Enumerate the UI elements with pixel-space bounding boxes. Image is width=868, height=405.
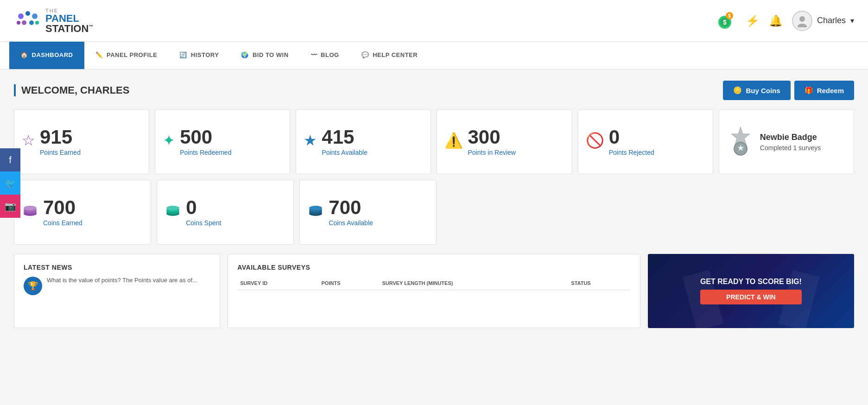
bell-icon[interactable]: 🔔 [769, 14, 783, 27]
svg-point-6 [35, 21, 39, 25]
points-available-card: ★ 415 Points Available [296, 109, 431, 174]
nav-dashboard[interactable]: 🏠 DASHBOARD [9, 42, 84, 69]
chat-icon: 💬 [361, 51, 369, 58]
bottom-grid: LATEST NEWS 🏆 What is the value of point… [14, 254, 854, 328]
lightning-icon[interactable]: ⚡ [746, 14, 760, 27]
twitter-button[interactable]: 🐦 [0, 171, 20, 195]
points-rejected-label: Points Rejected [609, 149, 705, 156]
empty-spacer [442, 180, 854, 245]
col-points: POINTS [319, 277, 380, 290]
points-earned-number: 915 [40, 127, 141, 147]
coins-stack-icon: 🪙 [733, 86, 742, 95]
svg-point-1 [25, 11, 30, 16]
user-name[interactable]: Charles [817, 16, 846, 25]
star-blue-icon: ★ [304, 132, 317, 149]
points-review-label: Points in Review [468, 149, 564, 156]
dropdown-icon: ▾ [850, 16, 854, 25]
coins-available-number: 700 [329, 198, 429, 217]
points-redeemed-label: Points Redeemed [180, 149, 282, 156]
facebook-button[interactable]: f [0, 148, 20, 171]
coins-spent-number: 0 [186, 198, 286, 217]
points-redeemed-card: ✦ 500 Points Redeemed [155, 109, 290, 174]
buy-coins-button[interactable]: 🪙 Buy Coins [723, 81, 790, 100]
coins-teal-icon [165, 202, 181, 220]
star-outline-icon: ☆ [22, 132, 35, 149]
news-item: 🏆 What is the value of points? The Point… [24, 277, 210, 295]
main-content: WELCOME, CHARLES 🪙 Buy Coins 🎁 Redeem ☆ … [0, 70, 868, 339]
social-sidebar: f 🐦 📷 [0, 148, 20, 218]
navigation: 🏠 DASHBOARD ✏️ PANEL PROFILE 🔄 HISTORY 🌍… [0, 42, 868, 70]
logo-station: STATION™ [45, 24, 93, 34]
home-icon: 🏠 [20, 51, 28, 58]
nav-help-center[interactable]: 💬 HELP CENTER [350, 42, 429, 69]
col-survey-id: SURVEY ID [237, 277, 318, 290]
points-review-number: 300 [468, 127, 564, 147]
user-menu[interactable]: Charles ▾ [792, 11, 854, 31]
points-review-card: ⚠️ 300 Points in Review [437, 109, 572, 174]
svg-point-24 [166, 206, 179, 210]
header-right: $ $ ⚡ 🔔 Charles ▾ [713, 8, 854, 33]
no-entry-icon: 🚫 [586, 132, 604, 149]
badge-info: Newbie Badge Completed 1 surveys [760, 133, 846, 152]
svg-point-12 [799, 16, 805, 22]
coins-spent-card: 0 Coins Spent [157, 180, 294, 245]
welcome-buttons: 🪙 Buy Coins 🎁 Redeem [723, 81, 854, 100]
star-teal-icon: ✦ [163, 132, 175, 149]
svg-point-0 [18, 13, 24, 19]
wave-icon: 〰 [311, 51, 317, 58]
svg-text:$: $ [728, 13, 731, 19]
coins-available-card: 700 Coins Available [299, 180, 437, 245]
svg-point-20 [24, 206, 37, 210]
coins-earned-card: 700 Coins Earned [14, 180, 151, 245]
points-available-label: Points Available [322, 149, 423, 156]
surveys-title: AVAILABLE SURVEYS [237, 264, 631, 271]
welcome-title: WELCOME, CHARLES [14, 84, 129, 96]
logo-icon [14, 7, 42, 35]
promo-button[interactable]: PREDICT & WIN [700, 290, 802, 304]
nav-blog[interactable]: 〰 BLOG [300, 42, 350, 69]
survey-table: SURVEY ID POINTS SURVEY LENGTH (MINUTES)… [237, 277, 631, 290]
welcome-bar: WELCOME, CHARLES 🪙 Buy Coins 🎁 Redeem [14, 81, 854, 100]
points-rejected-card: 🚫 0 Points Rejected [578, 109, 713, 174]
globe-icon: 🌍 [241, 51, 249, 58]
header: THE PANEL STATION™ $ $ ⚡ 🔔 C [0, 0, 868, 42]
badge-subtitle: Completed 1 surveys [760, 144, 846, 152]
badge-title: Newbie Badge [760, 133, 846, 142]
badge-medal-icon: ★ [727, 125, 754, 159]
news-card: LATEST NEWS 🏆 What is the value of point… [14, 254, 220, 328]
instagram-button[interactable]: 📷 [0, 195, 20, 218]
svg-point-13 [798, 24, 807, 27]
svg-point-3 [22, 20, 26, 25]
coins-blue-icon [307, 202, 324, 220]
coin-icon[interactable]: $ $ [713, 8, 736, 33]
news-text: What is the value of points? The Points … [47, 277, 197, 284]
history-icon: 🔄 [179, 51, 187, 58]
svg-point-2 [32, 13, 38, 19]
svg-point-4 [29, 20, 34, 25]
coins-grid: 700 Coins Earned 0 Coins Spent [14, 180, 854, 245]
coins-spent-label: Coins Spent [186, 219, 286, 227]
coins-purple-icon [22, 202, 38, 220]
coins-earned-number: 700 [43, 198, 143, 217]
logo[interactable]: THE PANEL STATION™ [14, 7, 93, 35]
points-rejected-number: 0 [609, 127, 705, 147]
points-earned-card: ☆ 915 Points Earned [14, 109, 149, 174]
promo-card[interactable]: GET READY TO SCORE BIG! PREDICT & WIN [648, 254, 854, 328]
warning-icon: ⚠️ [444, 132, 463, 149]
avatar [792, 11, 812, 31]
redeem-button[interactable]: 🎁 Redeem [794, 81, 854, 100]
svg-point-28 [309, 206, 322, 210]
nav-panel-profile[interactable]: ✏️ PANEL PROFILE [84, 42, 169, 69]
svg-text:$: $ [723, 19, 727, 26]
nav-history[interactable]: 🔄 HISTORY [168, 42, 230, 69]
svg-text:★: ★ [737, 144, 744, 152]
col-length: SURVEY LENGTH (MINUTES) [379, 277, 568, 290]
promo-title: GET READY TO SCORE BIG! [700, 278, 802, 286]
nav-bid-to-win[interactable]: 🌍 BID TO WIN [230, 42, 299, 69]
surveys-card: AVAILABLE SURVEYS SURVEY ID POINTS SURVE… [228, 254, 640, 328]
points-earned-label: Points Earned [40, 149, 141, 156]
stats-grid: ☆ 915 Points Earned ✦ 500 Points Redeeme… [14, 109, 854, 174]
trophy-icon: 🏆 [24, 277, 42, 295]
svg-point-5 [17, 21, 20, 25]
points-available-number: 415 [322, 127, 423, 147]
